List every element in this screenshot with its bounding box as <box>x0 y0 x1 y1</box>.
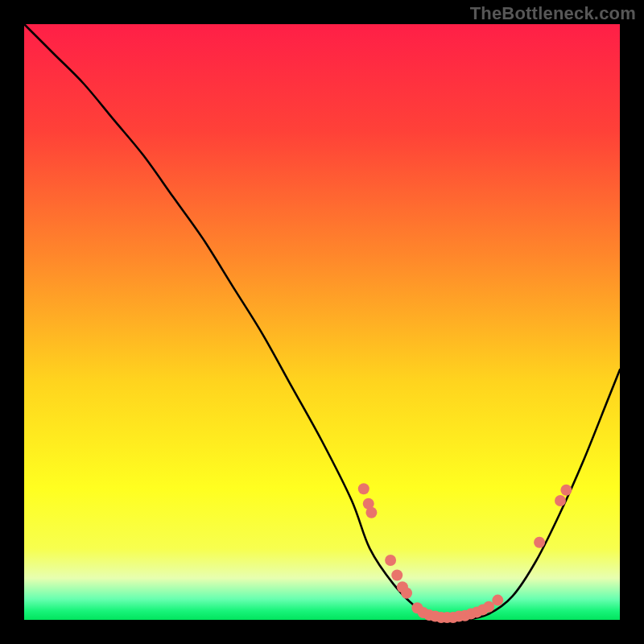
data-marker <box>492 595 503 606</box>
data-marker <box>534 537 545 548</box>
data-marker <box>358 483 369 494</box>
data-marker <box>401 588 412 599</box>
plot-background <box>24 24 620 620</box>
bottleneck-chart <box>0 0 644 644</box>
data-marker <box>555 495 566 506</box>
data-marker <box>560 485 572 496</box>
watermark-text: TheBottleneck.com <box>470 3 636 24</box>
data-marker <box>391 570 402 581</box>
data-marker <box>365 507 377 518</box>
data-marker <box>385 555 396 566</box>
